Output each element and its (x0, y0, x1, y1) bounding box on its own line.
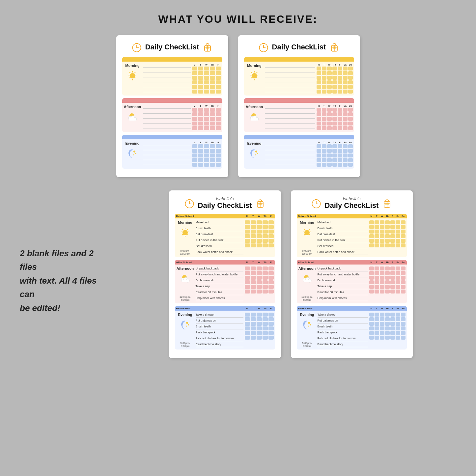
svg-rect-28 (262, 43, 265, 44)
clock-icon-filled7 (310, 197, 322, 209)
card-title-filled7: Daily CheckList (325, 201, 379, 210)
task-text: Take a shower (318, 313, 368, 318)
side-text: 2 blank files and 2 files with text. All… (20, 247, 112, 315)
backpack-icon-filled7 (381, 197, 393, 209)
svg-rect-96 (304, 280, 311, 282)
svg-point-47 (255, 151, 257, 153)
sun-icon-filled7 (300, 225, 314, 238)
task-text: Read for 30 minutes (318, 290, 368, 295)
task-text: Pack backpack (318, 330, 368, 335)
task-text: Eat breakfast (318, 232, 368, 237)
moon-icon-filled5 (179, 318, 192, 331)
task-text: Read for 30 minutes (196, 290, 243, 295)
owner-name-5day: Isabella's (216, 196, 234, 201)
svg-point-74 (186, 326, 187, 327)
afternoon-filled-5day: After School: MTWThF Afternoon 12:00pm-5… (175, 260, 275, 303)
sun-cloud-icon-filled5 (179, 271, 192, 285)
backpack-icon (202, 41, 213, 53)
task-text: Take a nap (318, 284, 368, 289)
task-text: Brush teeth (318, 324, 368, 329)
clock-icon (131, 41, 143, 53)
task-text: Read bedtime story (196, 342, 243, 347)
task-text: Get dressed (196, 244, 243, 249)
morning-filled-5day: Before School: MTWThF Morning (175, 214, 275, 257)
svg-line-89 (309, 234, 310, 235)
afternoon-section-7day: Afternoon MTWThFSaSu (244, 98, 354, 132)
afternoon-filled-7day: After School: MTWThFSaSu Afternoon 12:00… (297, 260, 407, 303)
svg-line-13 (129, 72, 130, 73)
task-text: Take a shower (196, 313, 243, 318)
clock-icon-filled5 (183, 197, 195, 209)
svg-rect-3 (135, 43, 138, 44)
clock-icon-7day (258, 41, 269, 53)
svg-line-15 (134, 72, 135, 73)
svg-line-65 (187, 229, 188, 230)
svg-point-24 (133, 154, 134, 155)
filled-7day-card: Isabella's Daily CheckList Before School… (291, 190, 413, 358)
task-text: Put dishes in the sink (318, 238, 368, 243)
page-title: WHAT YOU WILL RECEIVE: (0, 0, 476, 35)
card-title-7day: Daily CheckList (272, 43, 326, 51)
card-header-7day: Daily CheckList (244, 41, 354, 53)
svg-line-64 (187, 234, 188, 235)
task-text: Pack backpack (196, 330, 243, 335)
task-text: Pack water bottle and snack (318, 250, 368, 255)
task-text: Put away lunch and water bottle (318, 272, 368, 277)
sun-icon-filled5 (179, 225, 192, 238)
top-row: Daily CheckList Morning (0, 35, 476, 190)
card-title: Daily CheckList (145, 43, 199, 51)
task-text: Unpack backpack (196, 266, 243, 271)
morning-label: Morning (125, 64, 139, 68)
task-text: Make bed (318, 220, 368, 225)
afternoon-section: Afternoon (122, 98, 222, 132)
card-title-filled5: Daily CheckList (198, 201, 252, 210)
blank-7day-card: Daily CheckList Morning (238, 35, 360, 177)
svg-point-48 (257, 153, 258, 154)
svg-line-39 (256, 77, 257, 78)
task-text: Get dressed (318, 244, 368, 249)
task-text: Brush teeth (318, 226, 368, 231)
backpack-icon-7day (328, 41, 340, 53)
task-text: Pick out clothes for tomorrow (196, 336, 243, 341)
filled-5day-card: Isabella's Daily CheckList Before School… (169, 190, 281, 358)
moon-icon (126, 146, 139, 159)
svg-point-22 (133, 151, 135, 153)
svg-point-97 (308, 322, 310, 324)
svg-line-38 (251, 72, 252, 73)
owner-name-7day: Isabella's (343, 196, 361, 201)
svg-point-99 (308, 326, 309, 327)
backpack-icon-filled5 (254, 197, 266, 209)
svg-point-49 (255, 154, 256, 155)
evening-label: Evening (126, 141, 140, 145)
morning-section: Morning (122, 57, 222, 96)
task-text: Put away lunch and water bottle (196, 272, 243, 277)
task-text: Do homework (318, 278, 368, 283)
card-header-filled7: Isabella's Daily CheckList (297, 196, 407, 210)
task-text: Read bedtime story (318, 342, 368, 347)
task-text: Take a nap (196, 284, 243, 289)
task-text: Help mom with chores (196, 296, 243, 301)
svg-rect-53 (188, 199, 190, 200)
svg-point-23 (135, 153, 136, 154)
task-text: Eat breakfast (196, 232, 243, 237)
evening-filled-7day: Before Bed: MTWThFSaSu Evening 5:00pm-9:… (297, 306, 407, 350)
moon-icon-filled7 (300, 318, 314, 331)
morning-section-7day: Morning (244, 57, 354, 96)
afternoon-label: Afternoon (124, 105, 141, 109)
card-header-filled5: Isabella's Daily CheckList (175, 196, 275, 210)
blank-5day-card: Daily CheckList Morning (116, 35, 228, 177)
bottom-row: 2 blank files and 2 files with text. All… (0, 190, 476, 371)
sun-icon (126, 69, 139, 82)
svg-point-73 (188, 324, 189, 325)
svg-point-72 (186, 322, 188, 324)
moon-icon-7day (248, 146, 261, 159)
svg-point-98 (310, 324, 311, 325)
task-text: Do homework (196, 278, 243, 283)
evening-filled-5day: Before Bed: MTWThF Evening 5:00pm-9:00pm (175, 306, 275, 350)
morning-filled-7day: Before School: MTWThFSaSu Morning (297, 214, 407, 257)
task-text: Make bed (196, 220, 243, 225)
task-text: Brush teeth (196, 226, 243, 231)
svg-rect-78 (315, 199, 317, 200)
sun-cloud-icon (126, 110, 139, 123)
task-text: Put dishes in the sink (196, 238, 243, 243)
